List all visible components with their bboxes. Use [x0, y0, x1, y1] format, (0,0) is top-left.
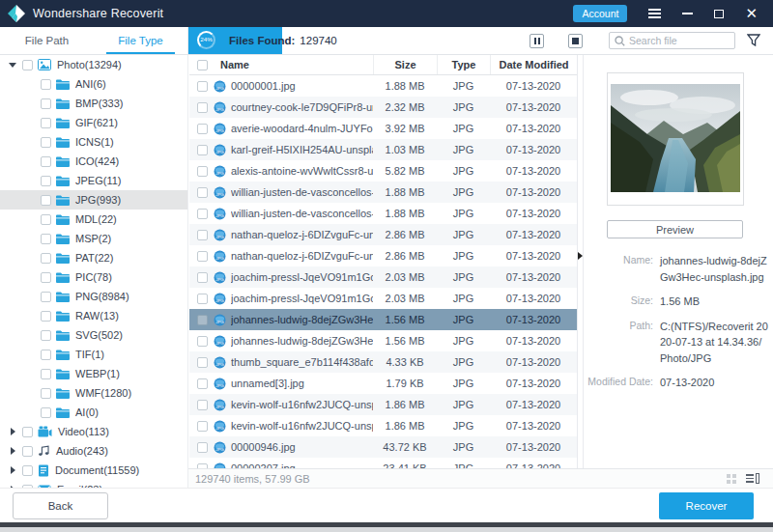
chevron-right-icon[interactable]	[9, 466, 16, 474]
checkbox[interactable]	[197, 336, 208, 347]
sidebar-item[interactable]: RAW(13)	[0, 306, 187, 325]
checkbox[interactable]	[197, 209, 208, 219]
recover-button[interactable]: Recover	[659, 492, 754, 519]
pause-scan-button[interactable]	[530, 34, 544, 48]
sidebar-item[interactable]: ICNS(1)	[0, 132, 187, 152]
checkbox[interactable]	[41, 292, 51, 302]
checkbox[interactable]	[22, 60, 33, 70]
collapse-panel-icon[interactable]	[578, 252, 583, 260]
sidebar-item[interactable]: WEBP(1)	[0, 364, 187, 383]
table-row[interactable]: JPGwillian-justen-de-vasconcellos-6SGa..…	[189, 203, 577, 224]
checkbox[interactable]	[22, 446, 33, 457]
column-type[interactable]: Type	[437, 55, 490, 74]
sidebar-item[interactable]: JPG(993)	[0, 190, 187, 210]
checkbox[interactable]	[41, 253, 51, 264]
sidebar-item-email[interactable]: Email(23)	[0, 480, 187, 488]
table-row[interactable]: JPGnathan-queloz-j-6DIZvguFc-unsplash...…	[189, 245, 577, 266]
checkbox[interactable]	[41, 272, 51, 283]
checkbox[interactable]	[41, 137, 51, 148]
checkbox[interactable]	[41, 79, 51, 90]
checkbox[interactable]	[41, 388, 51, 399]
sidebar-item[interactable]: SVG(502)	[0, 325, 187, 345]
checkbox[interactable]	[41, 234, 51, 244]
checkbox[interactable]	[197, 400, 208, 410]
checkbox[interactable]	[197, 272, 208, 283]
sidebar-item[interactable]: GIF(621)	[0, 113, 187, 132]
filter-icon[interactable]	[747, 34, 760, 46]
sidebar-item[interactable]: TIF(1)	[0, 345, 187, 364]
sidebar-item[interactable]: WMF(1280)	[0, 383, 187, 403]
table-row[interactable]: JPGalexis-antoine-wvWwltCssr8-unsplas...…	[189, 160, 577, 182]
sidebar-item-video[interactable]: Video(113)	[0, 422, 187, 441]
checkbox[interactable]	[197, 421, 208, 432]
sidebar-item[interactable]: MSP(2)	[0, 229, 187, 248]
table-row[interactable]: JPGkarl-greif-H5IXIH254AU-unsplash.jpg1.…	[189, 139, 577, 160]
tab-file-path[interactable]: File Path	[0, 27, 94, 54]
chevron-right-icon[interactable]	[9, 447, 16, 455]
sidebar-item[interactable]: ANI(6)	[0, 74, 187, 94]
table-row[interactable]: JPGaverie-woodard-4nulm-JUYFo-unspla...3…	[189, 118, 577, 139]
account-button[interactable]: Account	[573, 5, 627, 22]
column-name[interactable]: Name	[220, 59, 249, 70]
checkbox[interactable]	[197, 102, 208, 113]
checkbox[interactable]	[197, 442, 208, 453]
table-row[interactable]: JPGcourtney-cook-le7D9QFiPr8-unsplas...2…	[189, 97, 577, 118]
table-row[interactable]: JPG00000207.jpg23.41 KBJPG07-13-2020	[189, 458, 577, 468]
checkbox[interactable]	[41, 214, 51, 225]
checkbox[interactable]	[41, 369, 51, 379]
table-row[interactable]: JPGnathan-queloz-j-6DIZvguFc-unsplash...…	[189, 224, 577, 245]
checkbox[interactable]	[197, 81, 208, 92]
checkbox[interactable]	[41, 350, 51, 360]
sidebar-item[interactable]: PAT(22)	[0, 248, 187, 267]
sidebar-item[interactable]: PNG(8984)	[0, 287, 187, 306]
list-view-icon[interactable]	[746, 473, 759, 484]
table-row[interactable]: JPGwillian-justen-de-vasconcellos-6SGa..…	[189, 182, 577, 203]
column-size[interactable]: Size	[373, 55, 437, 74]
checkbox[interactable]	[41, 98, 51, 109]
table-row[interactable]: JPG00000001.jpg1.88 MBJPG07-13-2020	[189, 75, 577, 97]
sidebar-item-document[interactable]: Document(11559)	[0, 461, 187, 480]
sidebar-item[interactable]: PIC(78)	[0, 267, 187, 287]
checkbox[interactable]	[197, 124, 208, 134]
search-input[interactable]	[629, 35, 726, 46]
sidebar-item[interactable]: JPEG(11)	[0, 171, 187, 190]
table-row[interactable]: JPGjoachim-pressl-JqeVO91m1Go-unspl...2.…	[189, 266, 577, 288]
checkbox[interactable]	[41, 311, 51, 322]
menu-icon[interactable]	[648, 9, 661, 18]
checkbox[interactable]	[197, 294, 208, 304]
checkbox[interactable]	[22, 465, 33, 476]
checkbox[interactable]	[197, 315, 208, 325]
checkbox[interactable]	[197, 251, 208, 262]
table-row[interactable]: JPGkevin-wolf-u16nfw2JUCQ-unsplash.jpg1.…	[189, 394, 577, 415]
sidebar-item[interactable]: BMP(333)	[0, 94, 187, 113]
sidebar-item-audio[interactable]: Audio(243)	[0, 441, 187, 461]
table-row[interactable]: JPGjoachim-pressl-JqeVO91m1Go-unspl...2.…	[189, 288, 577, 309]
sidebar-item[interactable]: MDL(22)	[0, 210, 187, 229]
tab-file-type[interactable]: File Type	[94, 27, 187, 54]
checkbox[interactable]	[197, 357, 208, 368]
checkbox[interactable]	[197, 145, 208, 155]
minimize-icon[interactable]	[682, 13, 693, 14]
chevron-right-icon[interactable]	[9, 428, 16, 435]
sidebar-item[interactable]: ICO(424)	[0, 152, 187, 171]
sidebar-item[interactable]: AI(0)	[0, 403, 187, 422]
checkbox[interactable]	[197, 166, 208, 177]
checkbox[interactable]	[41, 407, 51, 418]
checkbox[interactable]	[41, 330, 51, 341]
checkbox[interactable]	[41, 195, 51, 206]
close-icon[interactable]: ✕	[745, 7, 758, 21]
table-row[interactable]: JPGthumb_square_e7b114f438afdd40e0...4.3…	[189, 351, 577, 373]
sidebar-item-photo[interactable]: Photo(13294)	[0, 55, 187, 74]
table-row[interactable]: JPGkevin-wolf-u16nfw2JUCQ-unsplash.jpg1.…	[189, 415, 577, 436]
checkbox[interactable]	[197, 230, 208, 240]
table-row[interactable]: JPG00000946.jpg43.72 KBJPG07-13-2020	[189, 436, 577, 458]
grid-view-icon[interactable]	[727, 474, 736, 484]
column-date-modified[interactable]: Date Modified	[490, 55, 577, 74]
checkbox[interactable]	[41, 176, 51, 186]
table-row[interactable]: JPGjohannes-ludwig-8dejZGw3Hec-unsp...1.…	[189, 309, 577, 330]
search-box[interactable]	[609, 32, 735, 49]
chevron-down-icon[interactable]	[9, 61, 16, 69]
table-row[interactable]: JPGunnamed[3].jpg1.79 KBJPG07-13-2020	[189, 373, 577, 394]
back-button[interactable]: Back	[13, 492, 108, 519]
checkbox[interactable]	[41, 156, 51, 167]
